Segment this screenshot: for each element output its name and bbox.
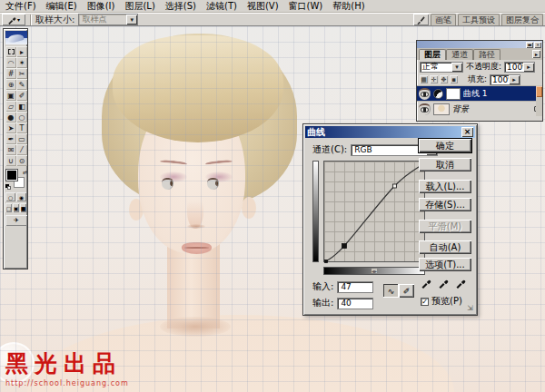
dialog-resize-grip-icon[interactable]: ⇲: [467, 304, 473, 312]
layers-scrollbar[interactable]: [536, 85, 542, 116]
menu-filter[interactable]: 滤镜(T): [206, 0, 237, 13]
white-point-eyedropper-icon[interactable]: [453, 276, 467, 289]
tool-clone-stamp[interactable]: ▣: [5, 90, 16, 101]
lock-all-icon[interactable]: ▪: [450, 75, 458, 83]
default-colors-icon[interactable]: [5, 184, 12, 191]
layer-name[interactable]: 背景: [452, 103, 469, 115]
ok-button[interactable]: 确定: [419, 139, 471, 152]
standard-screen-button[interactable]: ▢: [5, 203, 12, 212]
tool-custom-shape[interactable]: ▭: [16, 133, 27, 144]
well-tab-tool-presets[interactable]: 工具预设: [458, 14, 500, 25]
layer-row-curves[interactable]: 曲线 1: [417, 85, 542, 101]
tool-preset-picker[interactable]: ▾: [2, 14, 25, 25]
menu-layer[interactable]: 图层(L): [124, 0, 154, 13]
gray-point-eyedropper-icon[interactable]: [436, 276, 450, 289]
zoom-icon: ⊙: [19, 157, 25, 165]
lock-icons: ▦ ✛ ✥ ▪: [420, 75, 458, 83]
close-icon[interactable]: ×: [461, 127, 473, 137]
lock-position-icon[interactable]: ✥: [440, 75, 448, 83]
background-layer-thumbnail[interactable]: [433, 103, 450, 115]
preview-checkbox[interactable]: ✓: [421, 298, 429, 306]
toolbox-palette: ▸ ◠ ✶ # ✂ ⊕ ✎ ▣ ✐ ▱ ◧ ● ○ ➤ T ✒ ▭ ✉ ⁄ ∪ …: [3, 28, 28, 270]
pencil-curve-tool-icon[interactable]: ✐: [399, 284, 414, 298]
brush-palette-icon[interactable]: [413, 14, 429, 25]
tool-rectangular-marquee[interactable]: [5, 46, 16, 57]
curves-adjustment-thumbnail[interactable]: [433, 89, 443, 99]
menu-select[interactable]: 选择(S): [165, 0, 196, 13]
minimize-icon[interactable]: ▬: [526, 42, 533, 48]
tool-slice[interactable]: ✂: [16, 68, 27, 79]
cancel-button[interactable]: 取消: [419, 158, 471, 172]
tab-layers[interactable]: 图层: [419, 49, 446, 60]
fill-input[interactable]: 100% ▸: [490, 74, 520, 85]
tool-zoom[interactable]: ⊙: [16, 155, 27, 166]
menu-view[interactable]: 视图(V): [247, 0, 279, 13]
chevron-down-icon: ▾: [17, 16, 20, 23]
tool-dodge[interactable]: ○: [16, 112, 27, 122]
save-button[interactable]: 存储(S)...: [419, 198, 471, 211]
jump-to-imageready-button[interactable]: ✈: [5, 215, 27, 226]
load-button[interactable]: 载入(L)...: [419, 180, 471, 193]
tool-magic-wand[interactable]: ✶: [16, 57, 27, 68]
menu-image[interactable]: 图像(I): [87, 0, 115, 13]
scrollbar-thumb[interactable]: [536, 86, 542, 97]
well-tab-brushes[interactable]: 画笔: [431, 14, 456, 25]
gradient-flip-arrows-icon[interactable]: ◂▸: [372, 269, 377, 273]
visibility-eye-icon[interactable]: [419, 103, 431, 115]
photoshop-feather-logo[interactable]: [5, 31, 27, 44]
tool-eraser[interactable]: ▱: [5, 101, 16, 112]
close-icon[interactable]: ×: [534, 42, 541, 48]
blend-mode-select[interactable]: 正常 ▾: [420, 62, 463, 73]
tab-paths[interactable]: 路径: [473, 49, 500, 60]
fullscreen-menubar-button[interactable]: ▣: [13, 203, 19, 212]
tool-eyedropper[interactable]: ⁄: [16, 144, 27, 155]
black-point-eyedropper-icon[interactable]: [419, 276, 432, 289]
tool-brush[interactable]: ✎: [16, 79, 27, 90]
point-curve-tool-icon[interactable]: ∿: [383, 284, 399, 298]
type-icon: T: [20, 124, 25, 132]
tool-gradient[interactable]: ◧: [16, 101, 27, 112]
output-field[interactable]: 40: [337, 298, 373, 309]
tool-pen[interactable]: ✒: [5, 133, 16, 144]
menu-window[interactable]: 窗口(W): [289, 0, 323, 13]
tool-move[interactable]: ▸: [16, 46, 27, 57]
menu-edit[interactable]: 编辑(E): [46, 0, 77, 13]
quick-mask-mode-button[interactable]: ◉: [16, 192, 26, 201]
well-tab-layer-comps[interactable]: 图层复合: [501, 14, 543, 25]
tab-channels[interactable]: 通道: [446, 49, 473, 60]
tool-path-selection[interactable]: ➤: [5, 122, 16, 133]
visibility-eye-icon[interactable]: [419, 88, 431, 100]
tool-grid: ▸ ◠ ✶ # ✂ ⊕ ✎ ▣ ✐ ▱ ◧ ● ○ ➤ T ✒ ▭ ✉ ⁄ ∪ …: [5, 46, 26, 166]
tool-healing-brush[interactable]: ⊕: [5, 79, 16, 90]
menu-file[interactable]: 文件(F): [5, 0, 36, 13]
smooth-button: 平滑(M): [419, 220, 471, 233]
opacity-input[interactable]: 100% ▸: [504, 62, 535, 73]
curve-grid[interactable]: [323, 161, 425, 262]
layers-panel-titlebar[interactable]: ▬ ×: [417, 41, 542, 48]
swap-colors-icon[interactable]: ⇄: [23, 169, 27, 175]
menu-help[interactable]: 帮助(H): [332, 0, 364, 13]
sample-size-select[interactable]: 取样点 ▾: [78, 14, 138, 25]
layer-mask-thumbnail[interactable]: [446, 88, 461, 100]
foreground-color-swatch[interactable]: [6, 170, 17, 181]
tool-type[interactable]: T: [16, 122, 27, 133]
panel-menu-icon[interactable]: ▸: [532, 50, 540, 58]
standard-mode-button[interactable]: ○: [5, 192, 15, 201]
input-field[interactable]: 47: [337, 281, 373, 293]
auto-button[interactable]: 自动(A): [419, 240, 471, 254]
channel-label: 通道(C):: [312, 143, 347, 156]
tool-notes[interactable]: ✉: [5, 144, 16, 155]
fullscreen-button[interactable]: ■: [20, 203, 26, 212]
tool-lasso[interactable]: ◠: [5, 57, 16, 68]
layer-name[interactable]: 曲线 1: [463, 88, 488, 100]
tool-hand[interactable]: ∪: [5, 155, 16, 166]
tool-history-brush[interactable]: ✐: [16, 90, 27, 101]
tool-blur[interactable]: ●: [5, 112, 16, 122]
layer-row-background[interactable]: 背景: [417, 101, 542, 116]
dodge-icon: ○: [19, 113, 25, 122]
curves-dialog-titlebar[interactable]: 曲线 ×: [305, 126, 475, 138]
options-button[interactable]: 选项(T)...: [419, 258, 471, 271]
tool-crop[interactable]: #: [5, 68, 16, 79]
lock-pixels-icon[interactable]: ✛: [430, 75, 438, 83]
lock-transparency-icon[interactable]: ▦: [420, 75, 428, 83]
